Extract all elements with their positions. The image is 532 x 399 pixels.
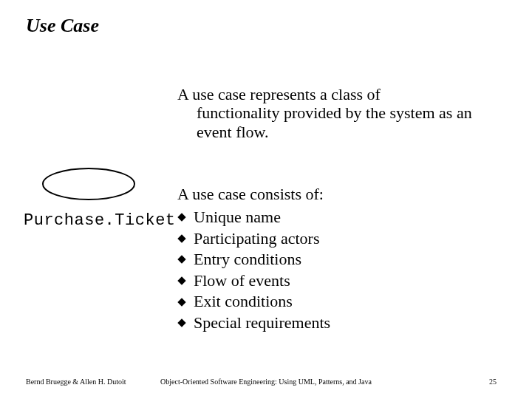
diamond-bullet-icon	[177, 276, 185, 284]
list-item-label: Participating actors	[194, 228, 319, 250]
use-case-ellipse	[41, 166, 137, 202]
list-item-label: Unique name	[194, 207, 281, 228]
svg-point-0	[43, 168, 134, 200]
list-item-label: Special requirements	[194, 313, 330, 334]
slide: Use Case A use case represents a class o…	[0, 0, 532, 399]
diamond-bullet-icon	[177, 256, 185, 264]
intro-line-3: event flow.	[177, 123, 502, 141]
intro-paragraph: A use case represents a class of functio…	[177, 85, 502, 141]
intro-line-1: A use case represents a class of	[177, 85, 502, 103]
list-item-label: Flow of events	[194, 270, 290, 292]
diamond-bullet-icon	[177, 298, 185, 306]
diamond-bullet-icon	[177, 319, 185, 327]
intro-line-2: functionality provided by the system as …	[177, 103, 502, 122]
footer: Bernd Bruegge & Allen H. Dutoit Object-O…	[0, 374, 532, 386]
footer-book-title: Object-Oriented Software Engineering: Us…	[0, 378, 532, 386]
consists-heading: A use case consists of:	[177, 185, 324, 204]
list-item: Special requirements	[177, 313, 330, 334]
list-item: Exit conditions	[177, 291, 330, 313]
diamond-bullet-icon	[177, 214, 185, 222]
example-use-case-label: Purchase.Ticket	[24, 211, 176, 230]
list-item: Flow of events	[177, 270, 330, 292]
list-item: Participating actors	[177, 228, 330, 250]
consists-list: Unique name Participating actors Entry c…	[177, 207, 330, 334]
footer-page-number: 25	[489, 378, 497, 386]
list-item-label: Exit conditions	[194, 291, 293, 313]
list-item: Unique name	[177, 207, 330, 228]
list-item: Entry conditions	[177, 249, 330, 270]
diamond-bullet-icon	[177, 234, 185, 242]
slide-title: Use Case	[26, 15, 99, 37]
list-item-label: Entry conditions	[194, 249, 301, 270]
